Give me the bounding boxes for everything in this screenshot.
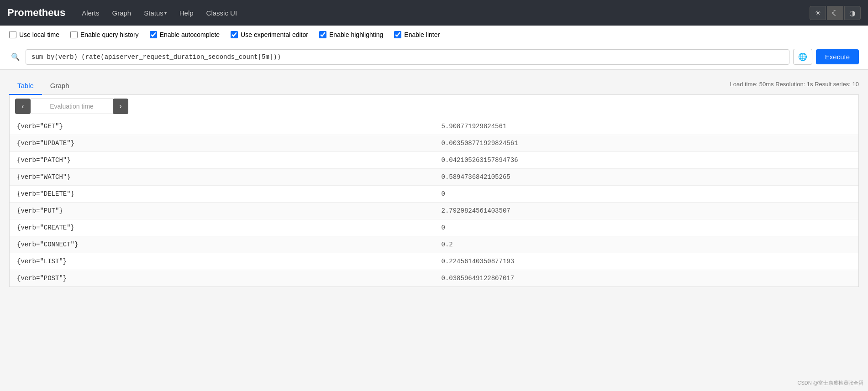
result-value: 0 [434,186,859,203]
result-label: {verb="POST"} [10,270,434,287]
eval-time-label: Evaluation time [31,99,113,114]
use-experimental-editor-option[interactable]: Use experimental editor [231,31,308,38]
nav-graph[interactable]: Graph [107,6,137,20]
enable-highlighting-option[interactable]: Enable highlighting [319,31,383,38]
result-value: 0 [434,219,859,236]
enable-query-history-checkbox[interactable] [70,31,78,38]
search-icon: 🔍 [9,51,22,63]
enable-highlighting-label: Enable highlighting [329,31,383,38]
query-bar: 🔍 🌐 Execute [0,44,868,70]
enable-linter-label: Enable linter [404,31,440,38]
use-local-time-label: Use local time [19,31,59,38]
result-value: 0.22456140350877193 [434,253,859,270]
result-label: {verb="PATCH"} [10,152,434,169]
enable-autocomplete-checkbox[interactable] [150,31,157,38]
theme-switcher: ☀ ☾ ◑ [810,6,861,20]
result-label: {verb="CREATE"} [10,219,434,236]
result-value: 0.03859649122807017 [434,270,859,287]
use-local-time-checkbox[interactable] [9,31,16,38]
result-value: 0.2 [434,236,859,253]
nav-links: Alerts Graph Status ▾ Help Classic UI [76,6,810,20]
globe-button[interactable]: 🌐 [793,49,812,65]
options-bar: Use local time Enable query history Enab… [0,26,868,44]
enable-query-history-option[interactable]: Enable query history [70,31,139,38]
enable-query-history-label: Enable query history [80,31,139,38]
table-row: {verb="WATCH"} 0.5894736842105265 [10,169,858,186]
result-value: 2.7929824561403507 [434,203,859,219]
table-row: {verb="CONNECT"} 0.2 [10,236,858,253]
enable-autocomplete-option[interactable]: Enable autocomplete [150,31,220,38]
enable-autocomplete-label: Enable autocomplete [160,31,220,38]
table-row: {verb="PUT"} 2.7929824561403507 [10,203,858,219]
table-row: {verb="POST"} 0.03859649122807017 [10,270,858,287]
results-panel: ‹ Evaluation time › {verb="GET"} 5.90877… [9,95,859,287]
table-row: {verb="PATCH"} 0.04210526315789473​6 [10,152,858,169]
theme-auto-button[interactable]: ◑ [844,6,861,20]
query-input[interactable] [26,49,789,65]
result-table: {verb="GET"} 5.908771929824561 {verb="UP… [10,118,858,287]
result-value: 5.908771929824561 [434,118,859,135]
result-value: 0.04210526315789473​6 [434,152,859,169]
table-row: {verb="UPDATE"} 0.003508771929824561 [10,135,858,152]
result-label: {verb="WATCH"} [10,169,434,186]
tab-meta: Load time: 50ms Resolution: 1s Result se… [730,81,859,91]
table-row: {verb="CREATE"} 0 [10,219,858,236]
enable-linter-checkbox[interactable] [394,31,401,38]
result-label: {verb="UPDATE"} [10,135,434,152]
tab-graph[interactable]: Graph [42,77,78,95]
nav-help[interactable]: Help [174,6,199,20]
execute-button[interactable]: Execute [816,49,859,64]
tabs-row: Table Graph Load time: 50ms Resolution: … [9,77,859,95]
result-label: {verb="PUT"} [10,203,434,219]
result-value: 0.003508771929824561 [434,135,859,152]
table-row: {verb="LIST"} 0.22456140350877193 [10,253,858,270]
main-content: Table Graph Load time: 50ms Resolution: … [0,70,868,294]
result-label: {verb="LIST"} [10,253,434,270]
tab-table[interactable]: Table [9,77,42,95]
nav-status-label: Status [144,9,163,17]
chevron-down-icon: ▾ [164,10,167,16]
nav-alerts[interactable]: Alerts [76,6,105,20]
nav-classic-ui[interactable]: Classic UI [201,6,243,20]
brand-title[interactable]: Prometheus [7,7,65,19]
result-value: 0.5894736842105265 [434,169,859,186]
enable-linter-option[interactable]: Enable linter [394,31,440,38]
result-label: {verb="CONNECT"} [10,236,434,253]
result-label: {verb="GET"} [10,118,434,135]
nav-status[interactable]: Status ▾ [138,6,172,20]
use-experimental-editor-label: Use experimental editor [241,31,308,38]
eval-prev-button[interactable]: ‹ [15,99,31,114]
theme-dark-button[interactable]: ☾ [827,6,843,20]
theme-light-button[interactable]: ☀ [810,6,826,20]
enable-highlighting-checkbox[interactable] [319,31,326,38]
table-row: {verb="GET"} 5.908771929824561 [10,118,858,135]
result-label: {verb="DELETE"} [10,186,434,203]
use-local-time-option[interactable]: Use local time [9,31,59,38]
navbar: Prometheus Alerts Graph Status ▾ Help Cl… [0,0,868,26]
use-experimental-editor-checkbox[interactable] [231,31,238,38]
eval-next-button[interactable]: › [113,99,128,114]
eval-bar: ‹ Evaluation time › [10,95,858,118]
table-row: {verb="DELETE"} 0 [10,186,858,203]
